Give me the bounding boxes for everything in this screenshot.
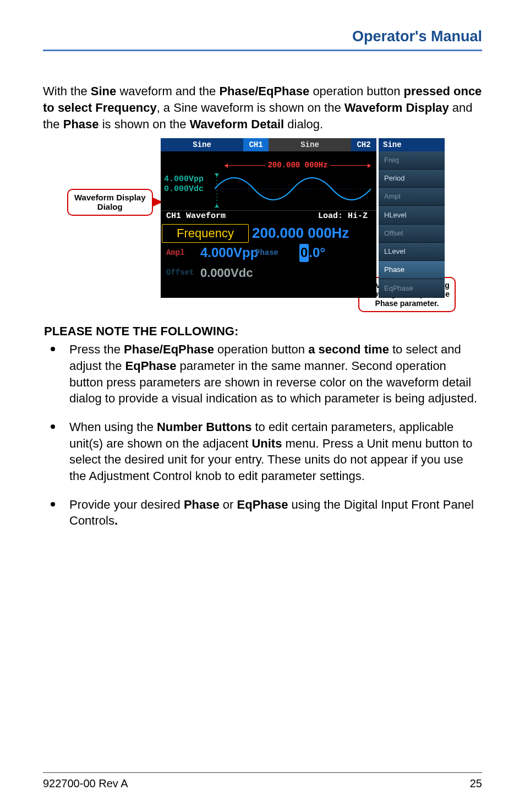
- intro-paragraph: With the Sine waveform and the Phase/EqP…: [43, 83, 482, 132]
- waveform-display-area: 4.000Vpp 0.000Vdc 200.000 000Hz: [161, 151, 376, 211]
- softkey-phase[interactable]: Phase: [379, 261, 445, 279]
- phase-rest: .0°: [309, 244, 325, 261]
- waveform-amplitude-readout: 4.000Vpp 0.000Vdc: [164, 175, 204, 195]
- page-footer: 922700-00 Rev A 25: [43, 772, 482, 791]
- tab-ch2[interactable]: Sine CH2: [269, 138, 376, 151]
- softkey-header: Sine: [379, 138, 445, 151]
- detail-ampl-value[interactable]: 4.000Vpp: [198, 244, 251, 263]
- text: dialog.: [284, 117, 323, 131]
- text-bold: Sine: [91, 84, 116, 98]
- detail-phase-label: Phase: [252, 244, 296, 263]
- detail-offset-label: Offset: [162, 264, 197, 282]
- callout-line: Waveform Display: [74, 193, 146, 202]
- text-bold: Phase: [184, 498, 220, 511]
- text: operation button: [309, 84, 403, 98]
- softkey-offset[interactable]: Offset: [379, 225, 445, 243]
- callout-bubble: Waveform Display Dialog: [67, 189, 153, 216]
- device-screen: Sine CH1 Sine CH2 4.000Vpp 0.000Vdc 200.…: [161, 138, 447, 298]
- text-bold: EqPhase: [125, 359, 177, 373]
- tab-channel-badge: CH2: [351, 138, 376, 151]
- text: is shown on the: [99, 117, 190, 131]
- softkey-period[interactable]: Period: [379, 170, 445, 188]
- notes-heading-text: PLEASE NOTE THE FOLLOWING: [44, 324, 234, 338]
- sine-wave-icon: [215, 169, 371, 209]
- detail-offset-value[interactable]: 0.000Vdc: [198, 264, 253, 282]
- text-bold: Number Buttons: [157, 420, 251, 434]
- text-bold: Waveform Detail: [190, 117, 285, 131]
- notes-list: Press the Phase/EqPhase operation button…: [43, 341, 482, 529]
- tab-ch1[interactable]: Sine CH1: [161, 138, 269, 151]
- device-figure: Waveform Display Dialog Waveform Detail …: [67, 138, 458, 313]
- lcd-panel: Sine CH1 Sine CH2 4.000Vpp 0.000Vdc 200.…: [161, 138, 376, 298]
- text: Provide your desired: [69, 498, 184, 511]
- vpp-value: 4.000Vpp: [164, 175, 204, 184]
- text-bold: .: [114, 514, 118, 527]
- footer-page-number: 25: [470, 776, 482, 791]
- softkey-column: Sine Freq Period Ampl HLevel Offset LLev…: [379, 138, 445, 298]
- text-bold: Phase: [63, 117, 99, 131]
- callout-line: Phase parameter.: [375, 299, 439, 308]
- page-title: Operator's Manual: [43, 26, 482, 46]
- detail-frequency-label: Frequency: [162, 224, 249, 243]
- softkey-hlevel[interactable]: HLevel: [379, 206, 445, 224]
- tab-channel-badge: CH1: [243, 138, 269, 151]
- callout-waveform-display-dialog: Waveform Display Dialog: [67, 189, 153, 216]
- header-rule: [43, 50, 482, 51]
- notes-heading: PLEASE NOTE THE FOLLOWING:: [44, 323, 482, 340]
- tab-waveform-name: Sine: [161, 138, 243, 151]
- span-arrow-left-icon: [225, 165, 265, 166]
- vdc-value: 0.000Vdc: [164, 184, 204, 194]
- callout-line: Dialog: [97, 202, 123, 211]
- detail-frequency-value[interactable]: 200.000 000Hz: [250, 224, 375, 243]
- text: or: [220, 498, 237, 511]
- span-arrow-right-icon: [330, 165, 371, 166]
- text: Press the: [69, 342, 124, 356]
- text: operation button: [214, 342, 308, 356]
- softkey-eqphase[interactable]: EqPhase: [379, 279, 445, 297]
- channel-info-bar: CH1 Waveform Load: Hi-Z: [161, 211, 376, 223]
- text-bold: Waveform Display: [344, 101, 449, 115]
- channel-waveform-label: CH1 Waveform: [166, 211, 226, 222]
- softkey-ampl[interactable]: Ampl: [379, 188, 445, 206]
- note-item-number-buttons: When using the Number Buttons to edit ce…: [43, 419, 482, 484]
- text-bold: a second time: [308, 342, 389, 356]
- text-bold: Phase/EqPhase: [219, 84, 309, 98]
- tab-waveform-name: Sine: [269, 138, 351, 151]
- text-bold: Units: [251, 437, 282, 450]
- channel-load-label: Load: Hi-Z: [318, 211, 368, 222]
- phase-digit-cursor: 0: [299, 244, 309, 261]
- text: , a Sine waveform is shown on the: [157, 101, 344, 115]
- text-bold: EqPhase: [237, 498, 288, 511]
- waveform-detail-dialog: Frequency 200.000 000Hz Ampl 4.000Vpp Ph…: [161, 223, 376, 298]
- softkey-llevel[interactable]: LLevel: [379, 243, 445, 261]
- channel-tabs: Sine CH1 Sine CH2: [161, 138, 376, 151]
- text: With the: [43, 84, 91, 98]
- text: waveform and the: [116, 84, 219, 98]
- detail-ampl-label: Ampl: [162, 244, 197, 263]
- text: When using the: [69, 420, 157, 434]
- detail-phase-value[interactable]: 0.0°: [297, 244, 325, 263]
- footer-doc-id: 922700-00 Rev A: [43, 776, 128, 791]
- text-bold: Phase/EqPhase: [124, 342, 214, 356]
- softkey-freq[interactable]: Freq: [379, 151, 445, 170]
- note-item-digital-input: Provide your desired Phase or EqPhase us…: [43, 497, 482, 529]
- note-item-phase-eqphase: Press the Phase/EqPhase operation button…: [43, 341, 482, 407]
